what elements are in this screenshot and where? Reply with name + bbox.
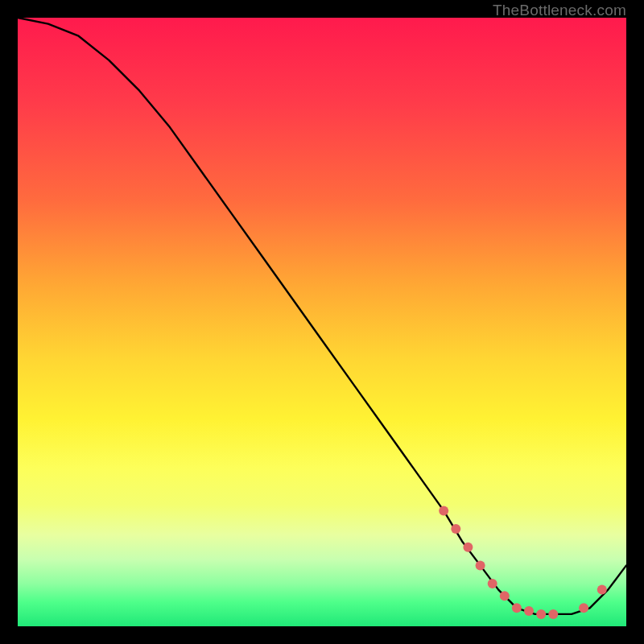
marker-dot xyxy=(451,524,460,534)
marker-dot xyxy=(548,609,558,619)
marker-dot xyxy=(536,609,546,619)
marker-dot xyxy=(524,606,534,616)
marker-dot xyxy=(579,603,588,613)
marker-dot xyxy=(439,506,448,515)
marker-dot xyxy=(500,591,510,601)
plot-area xyxy=(18,18,626,626)
marker-dot xyxy=(488,579,497,588)
attribution-text: TheBottleneck.com xyxy=(493,2,626,19)
marker-dot xyxy=(597,585,607,595)
marker-dots xyxy=(439,506,607,619)
marker-dot xyxy=(512,603,522,613)
chart-container: TheBottleneck.com xyxy=(0,0,644,644)
marker-dot xyxy=(463,543,473,552)
bottleneck-curve xyxy=(18,18,626,614)
curve-svg xyxy=(18,18,626,626)
marker-dot xyxy=(476,560,485,570)
